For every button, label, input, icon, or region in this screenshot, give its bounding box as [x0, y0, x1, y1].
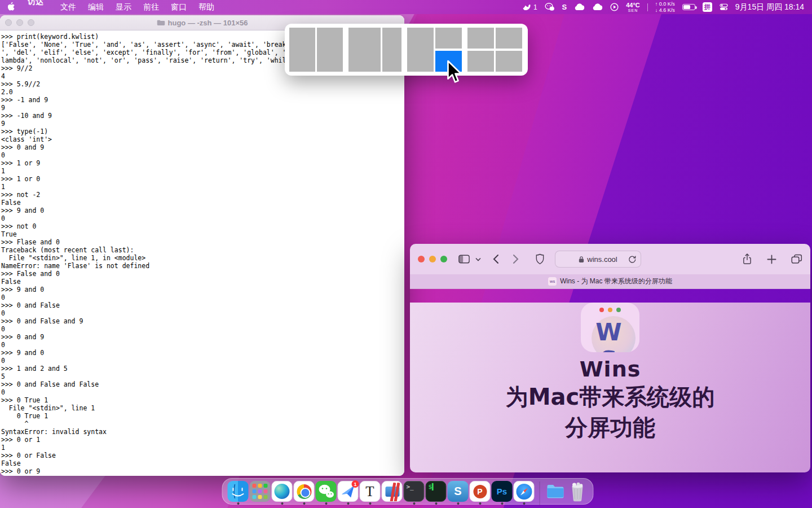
dock-item-finder[interactable] [227, 481, 249, 505]
running-indicator [457, 502, 459, 505]
forward-button[interactable] [513, 254, 519, 264]
safari-toolbar: wins.cool [410, 244, 810, 274]
upload-speed: ↑ 0.0 K/s [655, 1, 675, 7]
zoom-button[interactable] [440, 256, 447, 262]
dock-item-spark-mail[interactable]: 1 [337, 481, 359, 505]
menu-bar-status: 1 S 44°C SEN ↑ 0.0 K/s ↓ 4.6 K/s 拼 9月15日… [522, 1, 812, 13]
dock-item-photoshop[interactable]: Ps [491, 481, 513, 505]
folder-icon [545, 481, 566, 502]
running-indicator [303, 502, 305, 505]
address-text: wins.cool [587, 255, 617, 264]
dock-item-powerpoint[interactable]: P [469, 481, 491, 505]
finder-icon [228, 481, 249, 502]
safari-tab-bar: ws Wins - 为 Mac 带来系统级的分屏功能 [410, 274, 810, 289]
minimize-button[interactable] [429, 256, 436, 262]
layout-cell-right-half[interactable] [317, 28, 343, 72]
bird-notification-status[interactable]: 1 [522, 3, 537, 11]
layout-cell-bottom-left[interactable] [467, 51, 494, 72]
menu-file[interactable]: 文件 [60, 2, 76, 12]
app-name-heading: Wins [410, 357, 810, 382]
address-bar[interactable]: wins.cool [555, 251, 641, 268]
tab-overview-button[interactable] [791, 254, 802, 264]
play-circle-icon [610, 3, 619, 11]
running-indicator [347, 502, 349, 505]
green-dot [616, 308, 621, 312]
dock-item-parallels[interactable] [381, 481, 403, 505]
parallels-icon [382, 481, 403, 502]
safari-window-controls [418, 256, 447, 262]
sidebar-toggle-button[interactable] [458, 255, 470, 264]
tab-favicon: ws [548, 277, 557, 286]
weather-status[interactable]: 44°C SEN [626, 2, 640, 12]
network-speed-status[interactable]: ↑ 0.0 K/s ↓ 4.6 K/s [655, 1, 675, 13]
layout-right-column [496, 28, 522, 72]
cloud-status-1[interactable] [574, 3, 585, 11]
running-indicator [325, 502, 327, 505]
back-button[interactable] [492, 254, 499, 264]
dock-item-trash[interactable] [567, 481, 589, 505]
layout-cell-left-half[interactable] [289, 28, 315, 72]
layout-cell-right-narrow[interactable] [382, 28, 401, 72]
layout-left-column [467, 28, 494, 72]
menu-go[interactable]: 前往 [143, 2, 159, 12]
menu-help[interactable]: 帮助 [198, 2, 214, 12]
temperature-location: SEN [626, 8, 640, 12]
dock-item-chrome[interactable] [293, 481, 315, 505]
dock-item-launchpad[interactable] [249, 481, 271, 505]
play-status[interactable] [610, 3, 619, 11]
menu-view[interactable]: 显示 [116, 2, 131, 12]
new-tab-button[interactable] [767, 255, 776, 264]
dock-item-iterm[interactable]: $▍ [425, 481, 447, 505]
terminal-body[interactable]: >>> print(keyword.kwlist) ['False', 'Non… [0, 30, 404, 476]
shottr-icon: S [448, 481, 469, 502]
dock-item-terminal[interactable]: >_ [403, 481, 425, 505]
layout-option-quarters[interactable] [467, 28, 522, 72]
surge-status[interactable]: S [562, 3, 567, 11]
wins-logo-card: W S [581, 303, 639, 352]
layout-cell-top-left[interactable] [467, 28, 494, 49]
safari-icon [514, 481, 535, 502]
running-indicator [435, 502, 437, 505]
chrome-icon [294, 481, 315, 502]
menu-bar: 访达 文件 编辑 显示 前往 窗口 帮助 1 S 44°C SEN ↑ 0 [0, 0, 812, 14]
dock-item-typora[interactable]: T [359, 481, 381, 505]
tab-title[interactable]: Wins - 为 Mac 带来系统级的分屏功能 [560, 277, 672, 286]
privacy-shield-icon[interactable] [535, 253, 545, 265]
dock-item-safari[interactable] [513, 481, 535, 505]
dock-item-shottr[interactable]: S [447, 481, 469, 505]
menu-edit[interactable]: 编辑 [88, 2, 104, 12]
layout-cell-top-right[interactable] [496, 28, 522, 49]
running-indicator [281, 502, 283, 505]
terminal-window: hugo — -zsh — 101×56 >>> print(keyword.k… [0, 15, 404, 476]
dock-item-edge[interactable] [271, 481, 293, 505]
launchpad-icon [250, 481, 271, 502]
menu-finder[interactable]: 访达 [28, 0, 48, 17]
layout-cell-top-right[interactable] [435, 28, 462, 49]
share-button[interactable] [742, 253, 752, 265]
input-method-switch[interactable]: 拼 [703, 2, 712, 12]
layout-cell-left-wide[interactable] [348, 28, 381, 72]
menu-bar-clock[interactable]: 9月15日 周四 18:14 [735, 2, 804, 12]
apple-menu-icon[interactable] [8, 2, 16, 12]
close-button[interactable] [418, 256, 425, 262]
headline-line-1: 为Mac带来系统级的 [410, 382, 810, 412]
menu-window[interactable]: 窗口 [171, 2, 187, 12]
running-indicator [413, 502, 415, 505]
chevron-down-icon[interactable] [475, 257, 481, 261]
battery-indicator[interactable] [682, 4, 695, 10]
layout-cell-left-half[interactable] [407, 28, 434, 72]
running-indicator [479, 502, 481, 505]
dock-item-downloads-folder[interactable] [545, 481, 567, 505]
dock-item-wechat[interactable] [315, 481, 337, 505]
photoshop-icon: Ps [492, 481, 513, 502]
layout-cell-bottom-right[interactable] [496, 51, 522, 72]
powerpoint-icon: P [470, 481, 491, 502]
layout-option-two-equal-columns[interactable] [289, 28, 343, 72]
control-center-button[interactable] [720, 3, 728, 11]
reload-button[interactable] [628, 255, 636, 265]
cloud-status-2[interactable] [592, 3, 603, 11]
folder-icon [157, 19, 165, 26]
wechat-status[interactable] [545, 3, 555, 11]
layout-option-wide-left[interactable] [348, 28, 401, 72]
battery-fill [683, 5, 691, 9]
